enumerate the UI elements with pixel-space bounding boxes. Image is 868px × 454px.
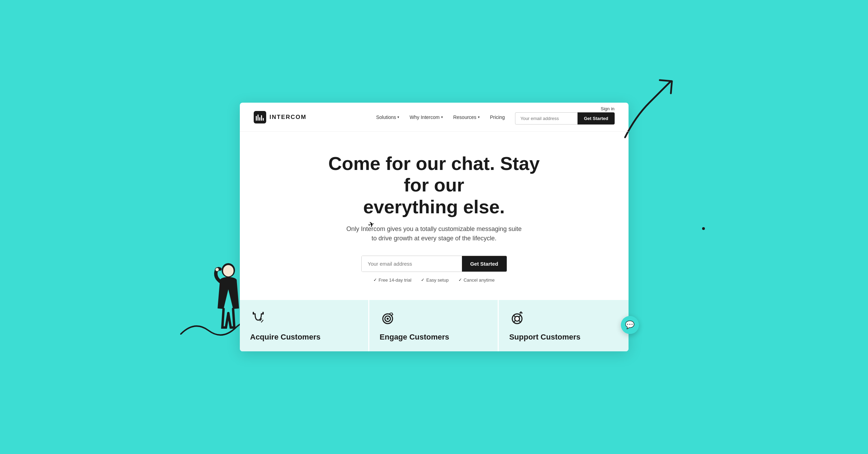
logo-text: INTERCOM — [270, 114, 307, 121]
engage-icon — [380, 310, 396, 328]
hero-email-form: Get Started — [361, 256, 507, 272]
hero-headline: Come for our chat. Stay for our everythi… — [316, 153, 552, 217]
nav-email-input[interactable] — [515, 112, 578, 125]
support-icon — [509, 310, 525, 328]
feature-cards: Acquire Customers Engage Customers — [240, 300, 629, 351]
nav-links: Solutions ▾ Why Intercom ▾ Resources ▾ P… — [376, 114, 505, 120]
feature-card-support[interactable]: Support Customers — [499, 300, 628, 351]
chevron-down-icon: ▾ — [441, 115, 443, 119]
acquire-icon — [250, 310, 266, 328]
logo-bar-5 — [263, 118, 264, 121]
svg-point-0 — [221, 263, 235, 277]
logo-bar-4 — [261, 115, 262, 121]
feature-card-engage[interactable]: Engage Customers — [369, 300, 499, 351]
svg-point-5 — [387, 318, 389, 320]
nav-pricing[interactable]: Pricing — [490, 114, 505, 120]
engage-title: Engage Customers — [380, 333, 449, 342]
chevron-down-icon: ▾ — [397, 115, 399, 119]
logo-bar-2 — [258, 114, 259, 121]
checklist-item-trial: ✓ Free 14-day trial — [373, 277, 412, 283]
nav-resources[interactable]: Resources ▾ — [453, 114, 480, 120]
logo-bar-3 — [259, 117, 260, 121]
acquire-title: Acquire Customers — [250, 333, 321, 342]
hero-email-input[interactable] — [362, 256, 462, 272]
svg-point-1 — [223, 265, 233, 276]
feature-card-acquire[interactable]: Acquire Customers — [240, 300, 369, 351]
checklist-item-cancel: ✓ Cancel anytime — [458, 277, 495, 283]
hero-get-started-button[interactable]: Get Started — [462, 256, 507, 272]
navbar: INTERCOM Solutions ▾ Why Intercom ▾ Reso… — [240, 103, 629, 132]
nav-why-intercom[interactable]: Why Intercom ▾ — [410, 114, 443, 120]
hero-checklist: ✓ Free 14-day trial ✓ Easy setup ✓ Cance… — [254, 277, 615, 283]
check-icon: ✓ — [458, 277, 462, 282]
main-card: INTERCOM Solutions ▾ Why Intercom ▾ Reso… — [240, 103, 629, 351]
svg-point-2 — [215, 267, 219, 271]
sign-in-link[interactable]: Sign in — [601, 106, 615, 111]
checklist-item-setup: ✓ Easy setup — [421, 277, 448, 283]
logo-bars — [256, 114, 264, 121]
nav-solutions[interactable]: Solutions ▾ — [376, 114, 399, 120]
hero-section: ✈ Come for our chat. Stay for our everyt… — [240, 132, 629, 300]
chat-icon: 💬 — [625, 320, 634, 329]
support-title: Support Customers — [509, 333, 580, 342]
dot-decoration — [702, 227, 705, 230]
chat-widget-button[interactable]: 💬 — [621, 316, 639, 334]
logo[interactable]: INTERCOM — [254, 111, 307, 123]
nav-get-started-button[interactable]: Get Started — [578, 112, 614, 125]
logo-icon — [254, 111, 266, 123]
check-icon: ✓ — [421, 277, 424, 282]
nav-cta-form: Get Started — [515, 112, 614, 125]
logo-bar-1 — [256, 116, 257, 121]
check-icon: ✓ — [373, 277, 377, 282]
chevron-down-icon: ▾ — [478, 115, 480, 119]
